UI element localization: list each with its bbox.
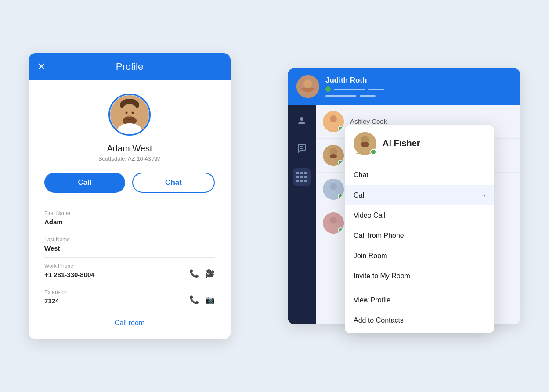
context-item-video-call[interactable]: Video Call — [345, 205, 494, 226]
person-icon — [296, 115, 307, 126]
profile-header: ✕ Profile — [29, 53, 231, 80]
header-avatar — [296, 75, 319, 98]
sidebar-item-contacts[interactable] — [293, 112, 311, 129]
header-info: Judith Roth — [325, 76, 512, 97]
ext-video-icon[interactable]: 📷 — [205, 295, 215, 305]
header-status-row — [325, 86, 512, 92]
context-item-invite-label: Invite to My Room — [354, 272, 410, 280]
context-item-call-chevron: › — [483, 191, 485, 199]
context-item-view-profile-label: View Profile — [354, 296, 390, 304]
context-item-add-contact-label: Add to Contacts — [354, 316, 404, 324]
context-items: Chat Call › Video Call Call from Phone J… — [345, 162, 494, 333]
field-first-name: First Name Adam — [44, 205, 215, 231]
contact-avatar-4 — [323, 212, 344, 234]
svg-point-5 — [126, 111, 128, 114]
context-item-add-contact[interactable]: Add to Contacts — [345, 310, 494, 331]
contact-avatar-ashley — [323, 111, 344, 132]
context-divider — [345, 288, 494, 288]
person-name: Adam West — [44, 144, 215, 154]
close-button[interactable]: ✕ — [37, 62, 45, 72]
context-item-call-from-phone[interactable]: Call from Phone — [345, 226, 494, 246]
phone-field-icons: 📞 🎥 — [189, 269, 215, 278]
contact-avatar-al — [323, 145, 344, 166]
status-bar-short — [368, 89, 384, 90]
context-item-chat[interactable]: Chat — [345, 165, 494, 185]
extension-field-icons: 📞 📷 — [189, 295, 215, 305]
field-label-lastname: Last Name — [44, 237, 215, 243]
contacts-header: Judith Roth — [288, 68, 520, 105]
person-location: Scottsdale, AZ 10:43 AM — [44, 155, 215, 162]
field-label-workphone: Work Phone — [44, 263, 215, 269]
header-avatar-image — [296, 75, 319, 98]
context-contact-name: Al Fisher — [383, 138, 420, 148]
ext-call-icon[interactable]: 📞 — [189, 295, 199, 305]
field-extension: Extension 7124 📞 📷 — [44, 284, 215, 310]
call-room-link[interactable]: Call room — [44, 319, 215, 327]
call-phone-icon[interactable]: 📞 — [189, 269, 199, 278]
context-header: Al Fisher — [345, 125, 494, 162]
svg-point-17 — [330, 154, 337, 158]
sidebar-nav — [288, 105, 316, 324]
video-call-icon[interactable]: 🎥 — [205, 269, 215, 278]
svg-point-19 — [330, 183, 337, 190]
svg-point-9 — [303, 79, 312, 88]
context-item-invite[interactable]: Invite to My Room — [345, 266, 494, 286]
field-label-extension: Extension — [44, 289, 215, 295]
header-bottom-bars — [325, 95, 512, 97]
profile-card: ✕ Profile — [29, 53, 231, 339]
contact-status-3 — [338, 194, 343, 199]
field-work-phone: Work Phone +1 281-330-8004 📞 🎥 — [44, 258, 215, 284]
context-item-call-label: Call — [354, 191, 366, 199]
context-item-video-call-label: Video Call — [354, 212, 386, 219]
contact-avatar-3 — [323, 179, 344, 200]
field-label-firstname: First Name — [44, 210, 215, 216]
bottom-bar-1 — [325, 95, 356, 97]
status-dot — [325, 86, 331, 92]
avatar-wrapper — [44, 94, 215, 136]
chat-icon — [296, 144, 307, 154]
chat-button[interactable]: Chat — [132, 173, 215, 193]
avatar-image — [110, 95, 149, 134]
context-menu: Al Fisher Chat Call › Video Call Call fr… — [345, 125, 494, 333]
header-user-name: Judith Roth — [325, 76, 512, 85]
field-value-lastname: West — [44, 245, 215, 252]
svg-point-14 — [330, 115, 337, 122]
context-avatar — [354, 132, 376, 155]
contact-status-4 — [338, 227, 343, 233]
context-item-call[interactable]: Call › — [345, 185, 494, 205]
apps-grid — [296, 172, 307, 182]
svg-point-24 — [361, 142, 369, 147]
sidebar-item-apps[interactable] — [293, 168, 311, 186]
avatar — [108, 94, 151, 136]
right-panel: Judith Roth — [288, 68, 520, 324]
svg-point-21 — [330, 217, 337, 224]
context-item-view-profile[interactable]: View Profile — [345, 290, 494, 310]
contact-name-ashley: Ashley Cook — [350, 118, 387, 125]
profile-title: Profile — [116, 61, 143, 72]
context-item-chat-label: Chat — [354, 171, 368, 179]
context-item-join-room-label: Join Room — [354, 252, 387, 260]
svg-point-7 — [128, 115, 131, 117]
sidebar-item-chat[interactable] — [293, 140, 311, 158]
status-bar-long — [334, 89, 365, 90]
context-contact-status — [370, 149, 376, 155]
svg-point-6 — [132, 111, 134, 114]
bottom-bar-2 — [360, 95, 376, 97]
context-item-call-from-phone-label: Call from Phone — [354, 232, 404, 240]
svg-point-10 — [300, 117, 303, 121]
field-last-name: Last Name West — [44, 231, 215, 258]
contact-status-al — [338, 160, 343, 165]
call-button[interactable]: Call — [44, 173, 125, 193]
contact-status-ashley — [338, 126, 343, 131]
context-item-join-room[interactable]: Join Room — [345, 246, 494, 266]
field-value-firstname: Adam — [44, 218, 215, 226]
action-buttons: Call Chat — [44, 173, 215, 193]
profile-body: Adam West Scottsdale, AZ 10:43 AM Call C… — [29, 80, 231, 339]
